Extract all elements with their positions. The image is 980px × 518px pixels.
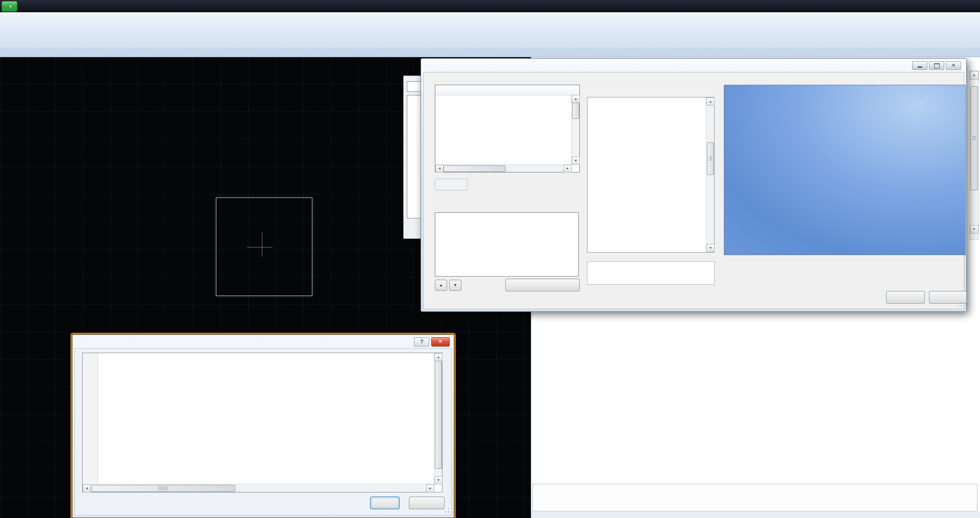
- origin-crosshair-horizontal: [247, 247, 273, 248]
- window-buttons: ? ✕: [414, 337, 450, 347]
- close-button[interactable]: ✕: [946, 61, 961, 70]
- minimize-icon: [918, 66, 922, 68]
- ok-button[interactable]: [370, 497, 400, 509]
- property-help-box: [587, 261, 715, 285]
- add-component-button[interactable]: [435, 179, 468, 190]
- component-property-grid: ▲ ▼: [587, 97, 715, 253]
- scrollbar-thumb[interactable]: [435, 361, 442, 469]
- delete-selected-button[interactable]: [505, 279, 580, 291]
- code-lines[interactable]: [99, 353, 434, 484]
- ribbon-tab-strip: [0, 0, 980, 12]
- dialog-client-area: ▲ ▼ ◄ ►: [75, 348, 452, 515]
- scroll-up-icon[interactable]: ▲: [572, 95, 580, 103]
- scroll-up-icon[interactable]: ▲: [970, 71, 978, 80]
- scrollbar-grip: [972, 136, 976, 140]
- scrollbar-thumb[interactable]: [707, 142, 714, 175]
- ribbon-group-label-band: [0, 48, 980, 57]
- move-down-button[interactable]: ▼: [449, 280, 461, 291]
- window-buttons: ✕: [912, 61, 961, 70]
- resize-grip[interactable]: [956, 301, 963, 308]
- scroll-right-icon[interactable]: ►: [564, 165, 572, 172]
- code-vertical-scrollbar[interactable]: ▲ ▼: [434, 353, 442, 484]
- particle-preview-canvas[interactable]: [724, 85, 966, 255]
- property-rows: [587, 97, 706, 252]
- code-editor[interactable]: ▲ ▼ ◄ ►: [82, 353, 443, 492]
- chevron-down-icon: ▼: [9, 5, 12, 8]
- scrollbar-grip: [158, 486, 168, 490]
- scrollbar-thumb[interactable]: [572, 103, 579, 119]
- list-horizontal-scrollbar[interactable]: ◄ ►: [435, 164, 572, 172]
- scroll-down-icon[interactable]: ▼: [434, 476, 443, 484]
- scroll-left-icon[interactable]: ◄: [83, 484, 91, 492]
- ribbon: [0, 12, 980, 57]
- help-button[interactable]: ?: [414, 337, 429, 347]
- scroll-up-icon[interactable]: ▲: [434, 353, 443, 361]
- manager-components-list: [435, 212, 579, 277]
- scrollbar-thumb[interactable]: [970, 86, 978, 190]
- list-vertical-scrollbar[interactable]: ▲ ▼: [571, 95, 579, 165]
- line-number-gutter: [83, 353, 98, 484]
- cancel-button[interactable]: [409, 497, 445, 509]
- scroll-right-icon[interactable]: ►: [426, 484, 434, 492]
- available-components-list: ▲ ▼ ◄ ►: [435, 85, 580, 172]
- list-header: [435, 85, 579, 95]
- ok-button[interactable]: [886, 291, 925, 304]
- close-icon: ✕: [951, 63, 955, 68]
- resize-grip[interactable]: [444, 507, 450, 514]
- close-button[interactable]: ✕: [431, 337, 450, 347]
- list-rows: [435, 95, 572, 165]
- grid-vertical-scrollbar[interactable]: ▲ ▼: [706, 97, 714, 252]
- scroll-down-icon[interactable]: ▼: [706, 244, 715, 252]
- scroll-down-icon[interactable]: ▼: [970, 225, 978, 234]
- move-up-button[interactable]: ▲: [435, 280, 447, 291]
- app-menu-button[interactable]: ▼: [2, 1, 17, 12]
- dialog-client-area: ▲ ▼ ◄ ► ▲ ▼ ▲: [423, 72, 964, 309]
- lua-script-editor-dialog: ? ✕ ▲ ▼ ◄ ►: [72, 334, 454, 518]
- scroll-up-icon[interactable]: ▲: [706, 97, 715, 106]
- scroll-down-icon[interactable]: ▼: [572, 157, 580, 165]
- minimize-button[interactable]: [912, 61, 927, 70]
- properties-scrollbar[interactable]: ▲ ▼: [969, 70, 979, 240]
- scrollbar-thumb[interactable]: [91, 485, 235, 492]
- origin-crosshair-vertical: [262, 232, 262, 257]
- scrollbar-thumb[interactable]: [444, 165, 506, 172]
- scrollbar-grip: [709, 157, 712, 160]
- editing-components-dialog: ✕ ▲ ▼ ◄ ► ▲: [421, 58, 967, 312]
- maximize-icon: [934, 63, 940, 68]
- scroll-left-icon[interactable]: ◄: [435, 165, 444, 172]
- code-horizontal-scrollbar[interactable]: ◄ ►: [83, 484, 434, 492]
- yargis-edit-window: ▼ ▲ ▼ ✕: [0, 0, 980, 518]
- panel-bottom-strip: [531, 511, 980, 518]
- property-help-box: [532, 484, 977, 511]
- maximize-button[interactable]: [929, 61, 944, 70]
